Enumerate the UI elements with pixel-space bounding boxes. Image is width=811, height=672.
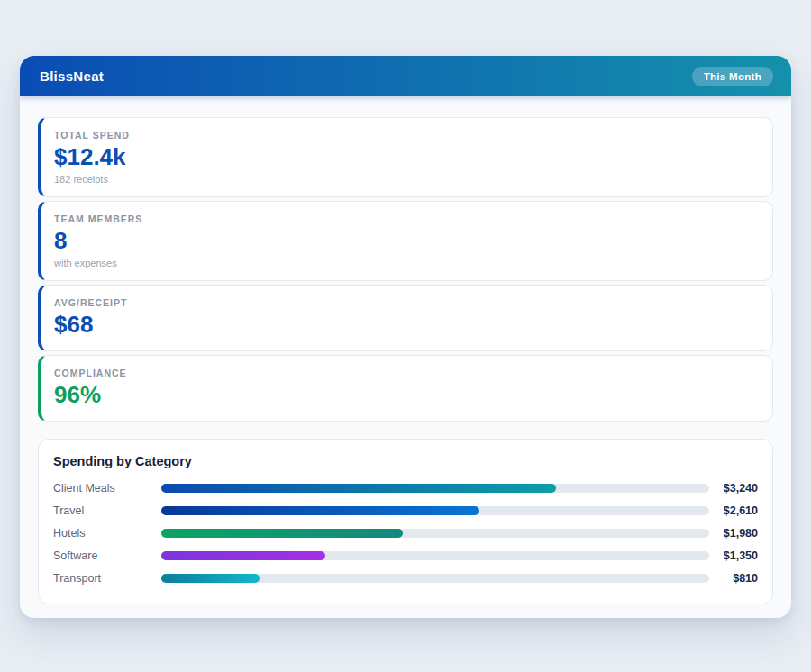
- dashboard-container: BlissNeat This Month TOTAL SPEND $12.4k …: [20, 56, 791, 618]
- period-badge[interactable]: This Month: [692, 67, 773, 86]
- chart-row: Transport$810: [53, 567, 758, 589]
- stat-card-total-spend: TOTAL SPEND $12.4k 182 receipts: [38, 117, 773, 197]
- category-value: $1,980: [709, 527, 758, 540]
- bar-track: [161, 574, 709, 583]
- stat-label: COMPLIANCE: [54, 367, 758, 379]
- chart-row: Client Meals$3,240: [53, 477, 758, 499]
- stat-card-team-members: TEAM MEMBERS 8 with expenses: [38, 201, 773, 281]
- chart-title: Spending by Category: [53, 454, 758, 468]
- chart-row: Software$1,350: [53, 544, 758, 567]
- category-label: Travel: [53, 504, 161, 517]
- bar-fill: [161, 574, 260, 583]
- stat-label: TOTAL SPEND: [54, 129, 758, 141]
- spending-chart-panel: Spending by Category Client Meals$3,240T…: [38, 439, 773, 604]
- bar-track: [161, 529, 709, 538]
- category-value: $1,350: [709, 549, 758, 562]
- bar-fill: [161, 551, 325, 560]
- stat-value: 96%: [54, 379, 758, 410]
- app-title: BlissNeat: [40, 68, 104, 84]
- category-label: Transport: [53, 572, 161, 585]
- category-label: Software: [53, 549, 161, 562]
- bar-fill: [161, 484, 556, 493]
- category-label: Client Meals: [53, 482, 161, 495]
- category-value: $3,240: [709, 482, 758, 495]
- bar-track: [161, 484, 709, 493]
- chart-row: Travel$2,610: [53, 499, 758, 522]
- stat-subtext: with expenses: [54, 257, 758, 269]
- stat-value: $68: [54, 309, 758, 340]
- chart-rows: Client Meals$3,240Travel$2,610Hotels$1,9…: [53, 477, 758, 589]
- app-header: BlissNeat This Month: [20, 56, 791, 96]
- bar-track: [161, 551, 709, 560]
- stat-card-avg-receipt: AVG/RECEIPT $68: [38, 285, 773, 351]
- bar-fill: [161, 529, 403, 538]
- category-value: $2,610: [709, 504, 758, 517]
- chart-row: Hotels$1,980: [53, 522, 758, 544]
- stat-card-compliance: COMPLIANCE 96%: [38, 355, 773, 422]
- bar-track: [161, 506, 709, 515]
- stat-label: AVG/RECEIPT: [54, 296, 758, 309]
- main-content: TOTAL SPEND $12.4k 182 receipts TEAM MEM…: [20, 96, 791, 618]
- stat-subtext: 182 receipts: [54, 173, 758, 186]
- category-value: $810: [709, 572, 758, 585]
- bar-fill: [161, 506, 479, 515]
- stat-value: $12.4k: [54, 141, 758, 172]
- category-label: Hotels: [53, 527, 161, 540]
- stat-value: 8: [54, 225, 758, 256]
- stat-label: TEAM MEMBERS: [54, 213, 758, 225]
